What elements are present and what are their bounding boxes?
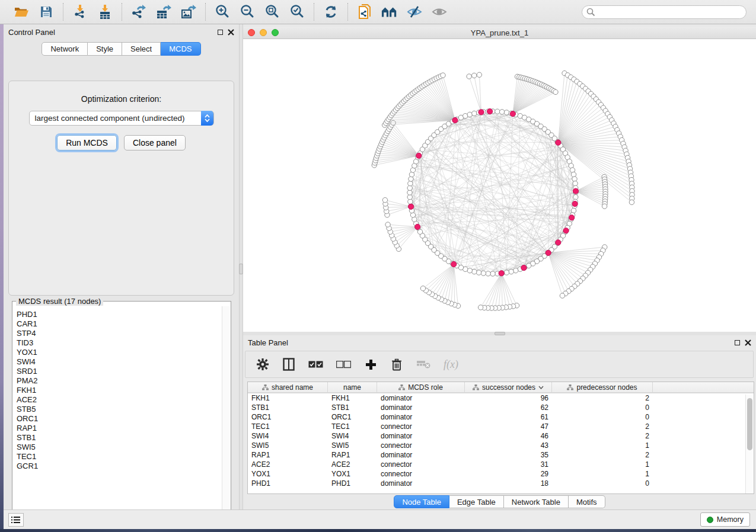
network-canvas-area[interactable]	[243, 39, 756, 332]
column-header-successor-nodes[interactable]: successor nodes	[465, 382, 552, 392]
list-item[interactable]: CAR1	[17, 319, 222, 329]
list-item[interactable]: STB1	[17, 433, 222, 443]
list-item[interactable]: FKH1	[17, 386, 222, 395]
network-canvas[interactable]	[243, 39, 756, 332]
list-item[interactable]: TID3	[17, 338, 222, 348]
create-column-button[interactable]	[364, 357, 377, 371]
delete-table-icon	[416, 360, 430, 369]
show-columns-button[interactable]	[282, 357, 295, 371]
search-input[interactable]	[582, 5, 747, 19]
main-toolbar	[0, 0, 756, 24]
list-item[interactable]: STB5	[17, 405, 222, 414]
hide-selected-button[interactable]	[406, 4, 423, 20]
run-mcds-button[interactable]: Run MCDS	[57, 135, 117, 150]
table-row[interactable]: SWI5SWI5connector431	[248, 441, 754, 450]
criterion-dropdown[interactable]: largest connected component (undirected)	[29, 111, 214, 126]
table-row[interactable]: FKH1FKH1dominator962	[248, 393, 754, 403]
share-network-button[interactable]	[356, 4, 373, 20]
table-row[interactable]: STB1STB1dominator620	[248, 403, 754, 412]
export-table-icon	[156, 4, 171, 20]
export-table-button[interactable]	[155, 4, 172, 20]
float-panel-button[interactable]	[735, 340, 740, 345]
list-item[interactable]: SWI4	[17, 357, 222, 367]
import-table-icon	[98, 4, 112, 20]
zoom-selected-button[interactable]	[289, 4, 305, 20]
tab-network[interactable]: Network	[42, 42, 88, 56]
close-panel-icon[interactable]	[228, 29, 234, 36]
import-network-button[interactable]	[72, 4, 88, 20]
list-item[interactable]: GCR1	[17, 462, 222, 471]
list-item[interactable]: ORC1	[17, 414, 222, 424]
table-row[interactable]: SWI4SWI4dominator462	[248, 431, 754, 441]
export-network-icon	[131, 4, 146, 20]
table-settings-button[interactable]	[256, 357, 269, 371]
table-row[interactable]: PHD1PHD1dominator180	[248, 479, 754, 488]
network-window-titlebar[interactable]: YPA_prune.txt_1	[243, 27, 756, 39]
delete-columns-button[interactable]	[390, 357, 403, 371]
show-all-button[interactable]	[431, 4, 448, 20]
zoom-fit-button[interactable]	[264, 4, 280, 20]
table-row[interactable]: TEC1TEC1connector472	[248, 422, 754, 431]
list-item[interactable]: SRD1	[17, 367, 222, 376]
tab-mcds[interactable]: MCDS	[161, 42, 200, 56]
column-header-name[interactable]: name	[328, 382, 377, 392]
column-header-filler	[653, 382, 754, 392]
clear-table-button-disabled	[416, 357, 430, 371]
list-item[interactable]: YOX1	[17, 348, 222, 357]
import-network-icon	[73, 4, 87, 20]
tab-node-table[interactable]: Node Table	[394, 495, 449, 508]
list-item[interactable]: SWI5	[17, 443, 222, 452]
open-file-button[interactable]	[13, 4, 30, 20]
export-image-button[interactable]	[180, 4, 197, 20]
namespace-icon	[473, 384, 479, 390]
memory-button[interactable]: Memory	[700, 512, 750, 527]
list-item[interactable]: PMA2	[17, 376, 222, 386]
list-item[interactable]: TEC1	[17, 452, 222, 462]
column-header-shared-name[interactable]: shared name	[248, 382, 328, 392]
tab-edge-table[interactable]: Edge Table	[449, 495, 504, 508]
table-panel: Table Panel	[243, 335, 756, 509]
result-scrollbar[interactable]	[222, 306, 230, 520]
list-item[interactable]: PHD1	[17, 310, 222, 319]
table-row[interactable]: ACE2ACE2connector311	[248, 460, 754, 469]
table-panel-title: Table Panel	[248, 338, 288, 347]
apply-layout-button[interactable]	[323, 4, 339, 20]
import-table-button[interactable]	[97, 4, 113, 20]
checked-boxes-icon	[308, 361, 323, 368]
tab-network-table[interactable]: Network Table	[504, 495, 569, 508]
float-panel-button[interactable]	[218, 30, 223, 35]
export-image-icon	[181, 4, 196, 20]
table-row[interactable]: YOX1YOX1connector291	[248, 469, 754, 479]
list-item[interactable]: RAP1	[17, 424, 222, 433]
close-panel-button[interactable]: Close panel	[124, 135, 186, 150]
open-folder-icon	[14, 5, 29, 18]
table-scrollbar[interactable]	[745, 395, 753, 494]
select-all-columns-button[interactable]	[308, 357, 323, 371]
column-header-mcds-role[interactable]: MCDS role	[377, 382, 465, 392]
splitter-handle[interactable]	[239, 264, 243, 274]
list-item[interactable]: ACE2	[17, 395, 222, 405]
list-icon	[11, 516, 21, 524]
task-history-button[interactable]	[8, 513, 24, 527]
tab-style[interactable]: Style	[88, 42, 122, 56]
vertical-splitter[interactable]	[239, 24, 243, 509]
column-header-predecessor-nodes[interactable]: predecessor nodes	[552, 382, 653, 392]
close-panel-icon[interactable]	[745, 339, 751, 346]
unselect-all-columns-button[interactable]	[336, 357, 351, 371]
zoom-in-button[interactable]	[214, 4, 231, 20]
zoom-out-button[interactable]	[239, 4, 256, 20]
save-session-button[interactable]	[38, 4, 55, 20]
mcds-result-list[interactable]: PHD1 CAR1 STP4 TID3 YOX1 SWI4 SRD1 PMA2 …	[13, 306, 222, 520]
optimization-criterion-label: Optimization criterion:	[9, 94, 234, 104]
zoom-selected-icon	[289, 4, 305, 20]
namespace-icon	[398, 384, 405, 390]
export-network-button[interactable]	[130, 4, 147, 20]
list-item[interactable]: STP4	[17, 329, 222, 338]
tab-select[interactable]: Select	[122, 42, 161, 56]
tab-motifs[interactable]: Motifs	[569, 495, 605, 508]
table-row[interactable]: ORC1ORC1dominator610	[248, 412, 754, 422]
first-neighbors-icon	[381, 5, 398, 18]
first-neighbors-button[interactable]	[381, 4, 398, 20]
scrollbar-thumb[interactable]	[747, 398, 752, 450]
table-row[interactable]: RAP1RAP1dominator352	[248, 450, 754, 460]
